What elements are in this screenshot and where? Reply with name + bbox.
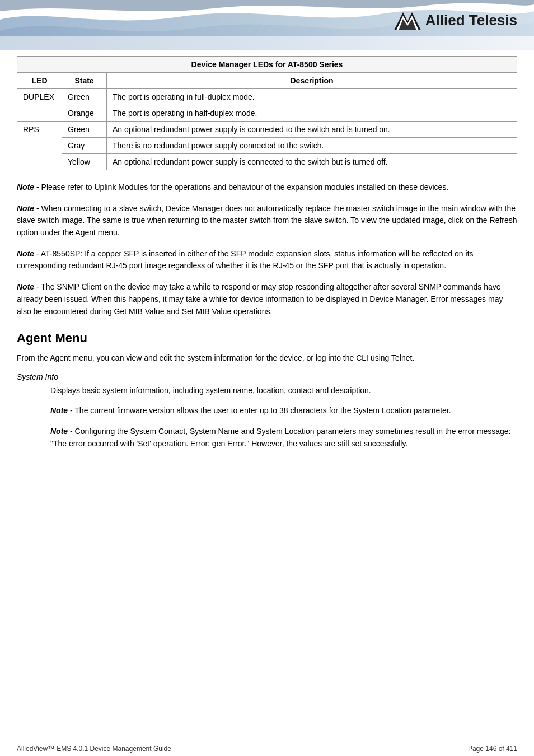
- footer-right: Page 146 of 411: [468, 745, 517, 753]
- desc-cell: The port is operating in half-duplex mod…: [107, 105, 517, 122]
- desc-cell: The port is operating in full-duplex mod…: [107, 89, 517, 105]
- footer-left: AlliedView™-EMS 4.0.1 Device Management …: [17, 745, 171, 753]
- page-footer: AlliedView™-EMS 4.0.1 Device Management …: [0, 741, 534, 756]
- allied-telesis-logo-icon: [394, 10, 421, 30]
- led-cell-duplex: DUPLEX: [17, 89, 62, 122]
- desc-cell: An optional redundant power supply is co…: [107, 122, 517, 138]
- desc-cell: An optional redundant power supply is co…: [107, 154, 517, 170]
- note-4: Note - The SNMP Client on the device may…: [17, 281, 517, 318]
- logo-text: Allied Telesis: [425, 12, 517, 29]
- system-info-desc: Displays basic system information, inclu…: [50, 385, 517, 397]
- col-header-desc: Description: [107, 73, 517, 89]
- agent-menu-intro: From the Agent menu, you can view and ed…: [17, 352, 517, 365]
- note-text-4: - The SNMP Client on the device may take…: [17, 282, 503, 315]
- agent-note-1: Note - The current firmware version allo…: [50, 405, 517, 417]
- agent-note-2: Note - Configuring the System Contact, S…: [50, 426, 517, 450]
- main-content: Device Manager LEDs for AT-8500 Series L…: [0, 50, 534, 482]
- state-cell: Gray: [62, 138, 107, 154]
- state-cell: Orange: [62, 105, 107, 122]
- led-table: Device Manager LEDs for AT-8500 Series L…: [17, 56, 517, 170]
- note-keyword-4: Note: [17, 282, 34, 291]
- state-cell: Yellow: [62, 154, 107, 170]
- col-header-led: LED: [17, 73, 62, 89]
- table-row: RPS Green An optional redundant power su…: [17, 122, 517, 138]
- note-3: Note - AT-8550SP: If a copper SFP is ins…: [17, 248, 517, 272]
- note-1: Note - Please refer to Uplink Modules fo…: [17, 181, 517, 194]
- agent-note-text-1: - The current firmware version allows th…: [68, 406, 451, 415]
- state-cell: Green: [62, 122, 107, 138]
- note-text-1: - Please refer to Uplink Modules for the…: [34, 183, 448, 192]
- page-header: Allied Telesis: [0, 0, 534, 50]
- agent-note-text-2: - Configuring the System Contact, System…: [50, 427, 510, 448]
- note-keyword-1: Note: [17, 183, 34, 192]
- system-info-content: Displays basic system information, inclu…: [50, 385, 517, 450]
- led-cell-rps: RPS: [17, 122, 62, 170]
- logo-area: Allied Telesis: [394, 10, 517, 30]
- system-info-label: System Info: [17, 372, 517, 381]
- agent-menu-heading: Agent Menu: [17, 331, 517, 346]
- table-title: Device Manager LEDs for AT-8500 Series: [17, 57, 517, 73]
- table-row: Yellow An optional redundant power suppl…: [17, 154, 517, 170]
- table-row: Orange The port is operating in half-dup…: [17, 105, 517, 122]
- col-header-state: State: [62, 73, 107, 89]
- note-keyword-2: Note: [17, 204, 34, 213]
- note-text-3: - AT-8550SP: If a copper SFP is inserted…: [17, 249, 474, 270]
- note-keyword-3: Note: [17, 249, 34, 258]
- desc-cell: There is no redundant power supply conne…: [107, 138, 517, 154]
- table-row: DUPLEX Green The port is operating in fu…: [17, 89, 517, 105]
- agent-note-keyword-2: Note: [50, 427, 68, 436]
- note-2: Note - When connecting to a slave switch…: [17, 203, 517, 239]
- note-text-2: - When connecting to a slave switch, Dev…: [17, 204, 517, 237]
- table-row: Gray There is no redundant power supply …: [17, 138, 517, 154]
- agent-note-keyword-1: Note: [50, 406, 68, 415]
- state-cell: Green: [62, 89, 107, 105]
